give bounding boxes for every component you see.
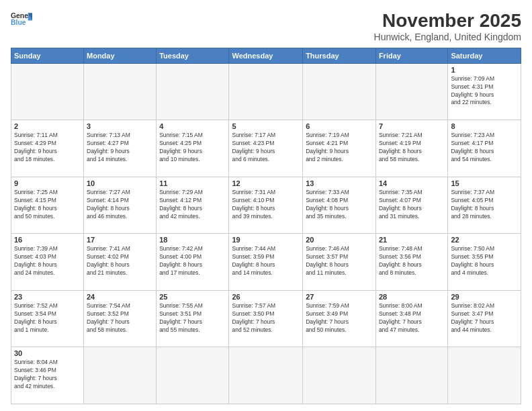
day-number: 25 bbox=[159, 293, 226, 301]
day-number: 10 bbox=[87, 179, 153, 187]
day-info: Sunrise: 7:23 AM Sunset: 4:17 PM Dayligh… bbox=[451, 132, 518, 164]
day-number: 14 bbox=[379, 179, 445, 187]
calendar-cell: 23Sunrise: 7:52 AM Sunset: 3:54 PM Dayli… bbox=[11, 290, 84, 347]
day-info: Sunrise: 7:39 AM Sunset: 4:03 PM Dayligh… bbox=[14, 245, 81, 277]
day-info: Sunrise: 7:29 AM Sunset: 4:12 PM Dayligh… bbox=[159, 189, 226, 221]
day-number: 17 bbox=[87, 236, 153, 244]
day-info: Sunrise: 7:46 AM Sunset: 3:57 PM Dayligh… bbox=[306, 245, 373, 277]
calendar-cell: 9Sunrise: 7:25 AM Sunset: 4:15 PM Daylig… bbox=[11, 177, 84, 234]
day-number: 4 bbox=[159, 122, 226, 130]
calendar-cell: 14Sunrise: 7:35 AM Sunset: 4:07 PM Dayli… bbox=[375, 177, 447, 234]
day-info: Sunrise: 7:59 AM Sunset: 3:49 PM Dayligh… bbox=[306, 302, 373, 334]
weekday-header-sunday: Sunday bbox=[11, 48, 84, 63]
calendar-cell: 13Sunrise: 7:33 AM Sunset: 4:08 PM Dayli… bbox=[303, 177, 376, 234]
calendar-cell: 25Sunrise: 7:55 AM Sunset: 3:51 PM Dayli… bbox=[157, 290, 229, 347]
day-number: 3 bbox=[87, 122, 153, 130]
day-number: 15 bbox=[451, 179, 518, 187]
day-info: Sunrise: 7:21 AM Sunset: 4:19 PM Dayligh… bbox=[379, 132, 445, 164]
calendar-cell bbox=[303, 63, 376, 120]
calendar-cell: 19Sunrise: 7:44 AM Sunset: 3:59 PM Dayli… bbox=[229, 234, 303, 291]
day-number: 19 bbox=[232, 236, 300, 244]
day-number: 20 bbox=[306, 236, 373, 244]
day-number: 24 bbox=[87, 293, 153, 301]
day-number: 8 bbox=[451, 122, 518, 130]
calendar-cell: 5Sunrise: 7:17 AM Sunset: 4:23 PM Daylig… bbox=[229, 120, 303, 177]
day-info: Sunrise: 7:41 AM Sunset: 4:02 PM Dayligh… bbox=[87, 245, 153, 277]
calendar-cell bbox=[157, 63, 229, 120]
calendar-cell bbox=[84, 63, 157, 120]
day-info: Sunrise: 7:33 AM Sunset: 4:08 PM Dayligh… bbox=[306, 189, 373, 221]
day-number: 16 bbox=[14, 236, 81, 244]
calendar-cell: 21Sunrise: 7:48 AM Sunset: 3:56 PM Dayli… bbox=[375, 234, 447, 291]
day-info: Sunrise: 7:35 AM Sunset: 4:07 PM Dayligh… bbox=[379, 189, 445, 221]
calendar-cell bbox=[11, 63, 84, 120]
calendar-cell bbox=[229, 347, 303, 404]
day-info: Sunrise: 8:00 AM Sunset: 3:48 PM Dayligh… bbox=[379, 302, 445, 334]
title-block: November 2025 Hunwick, England, United K… bbox=[374, 11, 521, 42]
calendar-cell: 11Sunrise: 7:29 AM Sunset: 4:12 PM Dayli… bbox=[157, 177, 229, 234]
day-number: 12 bbox=[232, 179, 300, 187]
day-info: Sunrise: 7:44 AM Sunset: 3:59 PM Dayligh… bbox=[232, 245, 300, 277]
calendar-cell: 2Sunrise: 7:11 AM Sunset: 4:29 PM Daylig… bbox=[11, 120, 84, 177]
day-number: 11 bbox=[159, 179, 226, 187]
day-info: Sunrise: 7:17 AM Sunset: 4:23 PM Dayligh… bbox=[232, 132, 300, 164]
calendar-cell: 12Sunrise: 7:31 AM Sunset: 4:10 PM Dayli… bbox=[229, 177, 303, 234]
day-number: 29 bbox=[451, 293, 518, 301]
week-row-2: 2Sunrise: 7:11 AM Sunset: 4:29 PM Daylig… bbox=[11, 120, 521, 177]
logo: General Blue bbox=[11, 11, 32, 30]
calendar-cell: 28Sunrise: 8:00 AM Sunset: 3:48 PM Dayli… bbox=[375, 290, 447, 347]
day-number: 18 bbox=[159, 236, 226, 244]
day-info: Sunrise: 7:52 AM Sunset: 3:54 PM Dayligh… bbox=[14, 302, 81, 334]
calendar-cell: 10Sunrise: 7:27 AM Sunset: 4:14 PM Dayli… bbox=[84, 177, 157, 234]
day-number: 13 bbox=[306, 179, 373, 187]
calendar-cell bbox=[448, 347, 521, 404]
calendar-cell: 27Sunrise: 7:59 AM Sunset: 3:49 PM Dayli… bbox=[303, 290, 376, 347]
weekday-header-row: SundayMondayTuesdayWednesdayThursdayFrid… bbox=[11, 48, 521, 63]
day-info: Sunrise: 7:15 AM Sunset: 4:25 PM Dayligh… bbox=[159, 132, 226, 164]
main-title: November 2025 bbox=[374, 11, 521, 32]
calendar-cell: 22Sunrise: 7:50 AM Sunset: 3:55 PM Dayli… bbox=[448, 234, 521, 291]
day-number: 9 bbox=[14, 179, 81, 187]
day-info: Sunrise: 7:19 AM Sunset: 4:21 PM Dayligh… bbox=[306, 132, 373, 164]
day-info: Sunrise: 8:02 AM Sunset: 3:47 PM Dayligh… bbox=[451, 302, 518, 334]
calendar-table: SundayMondayTuesdayWednesdayThursdayFrid… bbox=[11, 48, 521, 404]
calendar-cell bbox=[229, 63, 303, 120]
week-row-5: 23Sunrise: 7:52 AM Sunset: 3:54 PM Dayli… bbox=[11, 290, 521, 347]
calendar-cell: 26Sunrise: 7:57 AM Sunset: 3:50 PM Dayli… bbox=[229, 290, 303, 347]
calendar-cell: 8Sunrise: 7:23 AM Sunset: 4:17 PM Daylig… bbox=[448, 120, 521, 177]
day-info: Sunrise: 7:09 AM Sunset: 4:31 PM Dayligh… bbox=[451, 75, 518, 107]
logo-icon: General Blue bbox=[11, 11, 32, 30]
week-row-4: 16Sunrise: 7:39 AM Sunset: 4:03 PM Dayli… bbox=[11, 234, 521, 291]
calendar-cell: 6Sunrise: 7:19 AM Sunset: 4:21 PM Daylig… bbox=[303, 120, 376, 177]
day-info: Sunrise: 7:42 AM Sunset: 4:00 PM Dayligh… bbox=[159, 245, 226, 277]
weekday-header-thursday: Thursday bbox=[303, 48, 376, 63]
week-row-1: 1Sunrise: 7:09 AM Sunset: 4:31 PM Daylig… bbox=[11, 63, 521, 120]
day-info: Sunrise: 7:31 AM Sunset: 4:10 PM Dayligh… bbox=[232, 189, 300, 221]
day-number: 1 bbox=[451, 66, 518, 74]
day-number: 6 bbox=[306, 122, 373, 130]
weekday-header-wednesday: Wednesday bbox=[229, 48, 303, 63]
day-number: 21 bbox=[379, 236, 445, 244]
calendar-cell: 24Sunrise: 7:54 AM Sunset: 3:52 PM Dayli… bbox=[84, 290, 157, 347]
calendar-cell: 29Sunrise: 8:02 AM Sunset: 3:47 PM Dayli… bbox=[448, 290, 521, 347]
weekday-header-saturday: Saturday bbox=[448, 48, 521, 63]
day-info: Sunrise: 7:27 AM Sunset: 4:14 PM Dayligh… bbox=[87, 189, 153, 221]
svg-text:Blue: Blue bbox=[11, 19, 26, 26]
week-row-6: 30Sunrise: 8:04 AM Sunset: 3:46 PM Dayli… bbox=[11, 347, 521, 404]
day-number: 26 bbox=[232, 293, 300, 301]
day-number: 23 bbox=[14, 293, 81, 301]
day-info: Sunrise: 7:25 AM Sunset: 4:15 PM Dayligh… bbox=[14, 189, 81, 221]
calendar-cell: 17Sunrise: 7:41 AM Sunset: 4:02 PM Dayli… bbox=[84, 234, 157, 291]
calendar-cell: 4Sunrise: 7:15 AM Sunset: 4:25 PM Daylig… bbox=[157, 120, 229, 177]
calendar-cell bbox=[303, 347, 376, 404]
day-info: Sunrise: 7:48 AM Sunset: 3:56 PM Dayligh… bbox=[379, 245, 445, 277]
day-number: 30 bbox=[14, 349, 81, 357]
weekday-header-monday: Monday bbox=[84, 48, 157, 63]
week-row-3: 9Sunrise: 7:25 AM Sunset: 4:15 PM Daylig… bbox=[11, 177, 521, 234]
day-info: Sunrise: 7:57 AM Sunset: 3:50 PM Dayligh… bbox=[232, 302, 300, 334]
day-info: Sunrise: 7:55 AM Sunset: 3:51 PM Dayligh… bbox=[159, 302, 226, 334]
calendar-cell: 18Sunrise: 7:42 AM Sunset: 4:00 PM Dayli… bbox=[157, 234, 229, 291]
day-info: Sunrise: 7:37 AM Sunset: 4:05 PM Dayligh… bbox=[451, 189, 518, 221]
day-info: Sunrise: 7:54 AM Sunset: 3:52 PM Dayligh… bbox=[87, 302, 153, 334]
calendar-cell: 30Sunrise: 8:04 AM Sunset: 3:46 PM Dayli… bbox=[11, 347, 84, 404]
